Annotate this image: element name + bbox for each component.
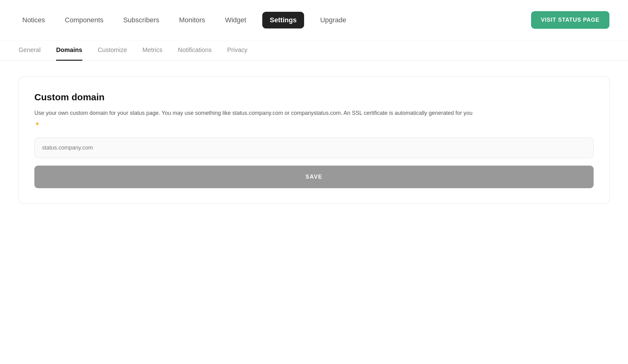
tab-privacy[interactable]: Privacy bbox=[227, 46, 248, 61]
tab-notifications[interactable]: Notifications bbox=[178, 46, 212, 61]
card-description: Use your own custom domain for your stat… bbox=[34, 109, 594, 118]
nav-item-notices[interactable]: Notices bbox=[19, 14, 49, 27]
visit-status-page-button[interactable]: VISIT STATUS PAGE bbox=[531, 11, 609, 29]
tab-general[interactable]: General bbox=[19, 46, 41, 61]
nav-item-subscribers[interactable]: Subscribers bbox=[120, 14, 163, 27]
sparkle-icon: ✦ bbox=[34, 120, 594, 128]
nav-item-widget[interactable]: Widget bbox=[221, 14, 250, 27]
card-title: Custom domain bbox=[34, 92, 594, 102]
sub-navigation: General Domains Customize Metrics Notifi… bbox=[0, 46, 628, 61]
save-button[interactable]: SAVE bbox=[34, 166, 594, 188]
nav-item-upgrade[interactable]: Upgrade bbox=[316, 14, 350, 27]
top-navigation: Notices Components Subscribers Monitors … bbox=[0, 0, 628, 40]
custom-domain-card: Custom domain Use your own custom domain… bbox=[19, 76, 609, 204]
tab-customize[interactable]: Customize bbox=[98, 46, 127, 61]
main-content: Custom domain Use your own custom domain… bbox=[0, 61, 628, 219]
nav-item-monitors[interactable]: Monitors bbox=[175, 14, 209, 27]
tab-domains[interactable]: Domains bbox=[56, 46, 82, 61]
nav-item-settings[interactable]: Settings bbox=[262, 12, 304, 28]
top-nav-items: Notices Components Subscribers Monitors … bbox=[19, 12, 531, 28]
domain-input[interactable] bbox=[34, 137, 594, 158]
tab-metrics[interactable]: Metrics bbox=[142, 46, 162, 61]
nav-item-components[interactable]: Components bbox=[61, 14, 107, 27]
